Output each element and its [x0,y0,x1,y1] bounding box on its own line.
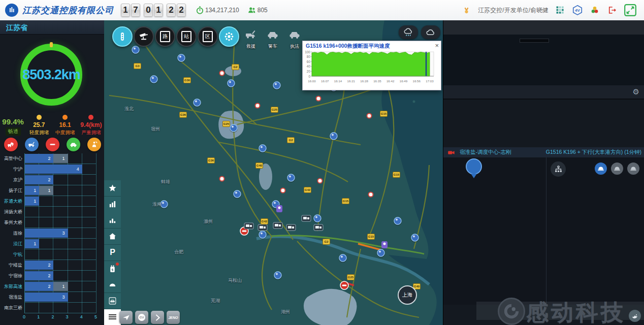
4v-badge-icon[interactable]: 4V [572,5,583,16]
smooth-percent: 99.4% [0,117,26,126]
traffic-status-button[interactable] [112,26,133,47]
home-button[interactable] [104,229,121,245]
bar-row[interactable]: 京沪2 [0,175,104,185]
bar-row[interactable]: 沿江1 [0,239,104,249]
accident-icon[interactable] [4,138,18,151]
favorites-button[interactable] [104,180,121,197]
province-map[interactable]: 淮北宿州蚌埠淮南滁州合肥马鞍山芜湖湖州G3G30G2G36G25G25G2G40… [104,20,443,325]
svg-text:100: 100 [305,50,310,54]
road-number-badge: G2 [287,137,295,143]
helmet-badge-icon[interactable] [627,162,639,175]
settings-gear-icon[interactable]: ⚙ [633,87,639,96]
bar-row[interactable]: 宁宿徐2 [0,271,104,281]
bar-row[interactable]: 高管中心21 [0,153,104,164]
province-panel: 江苏省 8503.2km 99.4% 畅通 25.7轻度拥堵16.1中度拥堵9.… [0,20,105,325]
bar-row[interactable]: 宁靖盐2 [0,260,104,271]
bar-category: 宁沪 [0,164,22,175]
trend-tab-bar [443,20,644,35]
shanghai-button[interactable]: 上海 [398,285,417,305]
congestion-stat: 25.7轻度拥堵 [26,111,52,137]
bar-category: 润扬大桥 [0,207,22,217]
fullscreen-icon[interactable] [624,4,637,17]
road-number-badge: G15 [367,234,375,240]
close-icon[interactable]: × [435,42,439,49]
road-number-badge: G25 [222,121,230,127]
flower-icon [224,31,234,42]
vehicle-label: 警车 [264,43,281,50]
helmet-badge-active-icon[interactable] [595,162,607,175]
helmet-badge-icon[interactable] [611,162,623,175]
bar-category: 连徐 [0,228,22,239]
stat-value: 16.1 [52,121,78,128]
vehicle-layer-1[interactable]: 救援 [242,28,260,50]
charging-button[interactable] [104,261,121,277]
logout-icon[interactable] [606,5,618,16]
dashboard: 江苏交通控股有限公司 170122 134,217,210 805 江苏交控/开… [0,0,644,325]
tow-pin-icon [466,158,482,181]
video-camera-icon[interactable] [445,147,457,158]
share-button[interactable] [119,311,133,324]
rescue-timeline [546,157,644,305]
cloud-layer-button[interactable] [421,25,440,39]
stat-value: 25.7 [26,121,52,128]
service-area-button[interactable] [104,293,121,309]
bar-row[interactable]: 宁杭 [0,249,104,260]
bar-cell: 2 [24,260,96,271]
bar-primary [25,292,68,302]
charge-icon [108,265,117,273]
bar-row[interactable]: 宁沪4 [0,164,104,175]
quickclear-icon[interactable] [67,138,80,151]
clock-digit: 1 [121,4,130,17]
org-tree-icon[interactable] [551,161,566,177]
svg-text:40: 40 [307,64,311,68]
rescue-icon[interactable] [25,138,39,151]
event-type-filters: 全省 [0,136,104,152]
section-bar-chart: 高管中心21宁沪4京沪2扬子江11苏通大桥1润扬大桥泰州大桥连徐3沿江1宁杭宁靖… [0,153,104,325]
bar-row[interactable]: 苏通大桥1 [0,196,104,207]
vehicle-layer-2[interactable]: 警车 [264,28,281,50]
cu-pin-button[interactable]: CU [135,311,148,324]
road-number-badge: G25 [271,107,278,113]
road-number-badge: G42 [304,187,311,193]
palette-icon[interactable] [589,5,600,16]
weather-layer-button[interactable] [219,26,239,47]
bar-cell: 1 [24,239,96,249]
clock-digit: 2 [177,4,186,17]
apps-grid-icon[interactable] [555,5,566,16]
bar-row[interactable]: 宿淮盐3 [0,292,104,303]
sign-button-站[interactable]: 站 [176,26,197,47]
bar-row[interactable]: 扬子江11 [0,185,104,196]
bar-category: 苏通大桥 [0,196,22,207]
construction-icon[interactable] [87,138,101,151]
incident-location[interactable]: G1516 K196 + 下行(大丰港方向) (1分钟) [546,149,641,156]
cctv-button[interactable] [134,26,154,47]
rain-layer-button[interactable] [399,25,418,39]
popup-title: G1516 k196+000救援断面平均速度 [303,41,441,50]
bar-row[interactable]: 连徐3 [0,228,104,239]
dispatch-route[interactable]: 宿淮盐-调度中心-志刚 [460,149,511,156]
user-info[interactable]: 江苏交控/开发单位/俞晓健 [478,6,549,15]
vehicle-layer-3[interactable]: 执法 [286,28,303,50]
jeno-logo[interactable]: JENO [167,311,180,324]
svg-text:16:49: 16:49 [400,79,408,83]
sign-button-路[interactable]: 路 [155,26,175,47]
bar-row[interactable]: 东部高速21 [0,281,104,292]
svg-text:16:14: 16:14 [334,79,342,83]
parking-button[interactable]: P [104,245,121,261]
control-icon[interactable] [46,138,59,151]
bar-category: 泰州大桥 [0,217,22,228]
city-label: 合肥 [174,249,183,255]
congestion-stat: 9.4(km)严重拥堵 [78,111,104,137]
sign-button-区[interactable]: 区 [198,26,218,47]
dove-icon[interactable] [629,310,641,322]
stats-button[interactable] [104,197,121,213]
bar-row[interactable]: 泰州大桥 [0,217,104,228]
dome-button[interactable] [104,277,121,293]
car-glyph [70,141,77,148]
ranking-button[interactable] [104,212,121,229]
bar-row[interactable]: 南京三桥 [0,303,104,313]
navigate-button[interactable] [151,311,164,324]
menu-button[interactable] [104,309,121,325]
bar-row[interactable]: 润扬大桥 [0,207,104,217]
roadarrow-icon [154,314,162,321]
